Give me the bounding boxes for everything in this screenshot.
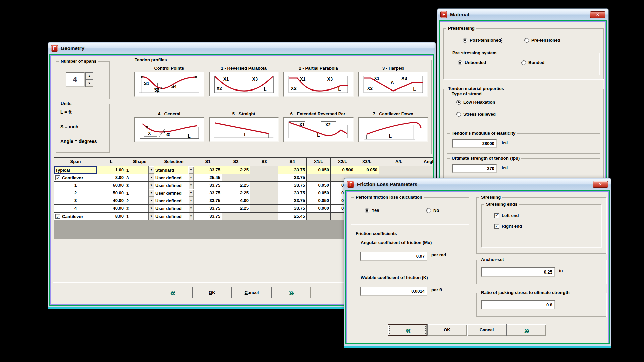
s2-cell[interactable] [222,213,250,220]
spinner-down-button[interactable]: ▼ [85,80,93,87]
span-cell[interactable]: 2 [54,189,97,197]
selection-cell[interactable]: User defined▼ [154,189,194,197]
next-button[interactable]: » [271,287,311,298]
l-cell[interactable]: 8.00 [97,174,125,182]
radio-post-tensioned[interactable]: Post-tensioned [463,38,501,43]
s3-cell[interactable] [250,182,278,189]
s2-cell[interactable] [222,174,250,182]
x1l-cell[interactable]: 0.050 [307,166,331,174]
dropdown-button[interactable]: ▼ [188,205,194,212]
s1-cell[interactable]: 33.75 [194,166,222,174]
l-cell[interactable]: 50.00 [97,189,125,197]
radio-friction-yes[interactable]: Yes [365,208,379,213]
shape-cell[interactable]: 2▼ [125,197,154,205]
shape-cell[interactable]: 3▼ [125,174,154,182]
dropdown-button[interactable]: ▼ [188,182,194,189]
material-titlebar[interactable]: F Material ✕ [438,9,608,20]
s3-cell[interactable] [250,166,278,174]
s4-cell[interactable]: 33.75 [278,205,307,213]
dropdown-button[interactable]: ▼ [148,166,154,174]
dropdown-button[interactable]: ▼ [148,174,154,181]
selection-cell[interactable]: User defined▼ [154,174,194,182]
s4-cell[interactable]: 25.45 [278,213,307,220]
modulus-input[interactable]: 28000 [452,139,497,148]
left-end-checkbox[interactable]: ✓ Left end [494,213,519,218]
jacking-ratio-input[interactable]: 0.8 [481,300,555,309]
radio-stress-relieved[interactable]: Stress Relieved [456,112,496,117]
x3l-cell[interactable]: 0.050 [355,166,379,174]
x1l-cell[interactable] [307,213,331,220]
shape-cell[interactable]: 1▼ [125,213,154,220]
s3-cell[interactable] [250,213,278,220]
l-cell[interactable]: 40.00 [97,197,125,205]
l-cell[interactable]: 40.00 [97,205,125,213]
s1-cell[interactable]: 33.75 [194,205,222,213]
s1-cell[interactable]: 33.75 [194,182,222,189]
x1l-cell[interactable]: 0.050 [307,182,331,189]
ok-button[interactable]: OK [427,324,467,336]
span-cell[interactable]: 3 [54,197,97,205]
x1l-cell[interactable]: 0.050 [307,197,331,205]
l-cell[interactable]: 8.00 [97,213,125,220]
dropdown-button[interactable]: ▼ [148,205,154,212]
angle-cell[interactable] [419,166,433,174]
s4-cell[interactable]: 33.75 [278,166,307,174]
l-cell[interactable]: 1.00 [97,166,125,174]
cantilever-checkbox[interactable]: ✓ [55,175,60,180]
radio-unbonded[interactable]: Unbonded [458,60,486,65]
radio-low-relaxation[interactable]: Low Relaxation [456,100,495,105]
l-cell[interactable]: 60.00 [97,182,125,189]
angular-coefficient-input[interactable]: 0.07 [360,252,427,261]
s3-cell[interactable] [250,189,278,197]
shape-cell[interactable]: 2▼ [125,205,154,213]
dropdown-button[interactable]: ▼ [188,197,194,204]
cantilever-checkbox[interactable]: ✓ [55,214,60,219]
x1l-cell[interactable]: 0.000 [307,205,331,213]
shape-cell[interactable]: 1▼ [125,166,154,174]
s1-cell[interactable]: 33.75 [194,189,222,197]
x1l-cell[interactable] [307,174,331,182]
s4-cell[interactable]: 33.75 [278,174,307,182]
s2-cell[interactable]: 2.25 [222,182,250,189]
al-cell[interactable] [379,166,419,174]
radio-bonded[interactable]: Bonded [521,60,544,65]
selection-cell[interactable]: User defined▼ [154,182,194,189]
s3-cell[interactable] [250,197,278,205]
s4-cell[interactable]: 33.75 [278,197,307,205]
selection-cell[interactable]: User defined▼ [154,213,194,220]
span-cell[interactable]: 4 [54,205,97,213]
friction-titlebar[interactable]: F Friction Loss Parameters ✕ [344,179,611,190]
span-cell[interactable]: ✓Cantilever [54,213,97,220]
close-button[interactable]: ✕ [593,181,608,188]
s4-cell[interactable]: 33.75 [278,189,307,197]
dropdown-button[interactable]: ▼ [188,213,194,220]
dropdown-button[interactable]: ▼ [148,189,154,197]
s2-cell[interactable]: 2.25 [222,189,250,197]
spinner-up-button[interactable]: ▲ [85,72,93,80]
cancel-button[interactable]: Cancel [232,287,271,298]
s3-cell[interactable] [250,174,278,182]
radio-pre-tensioned[interactable]: Pre-tensioned [524,38,560,43]
selection-cell[interactable]: User defined▼ [154,205,194,213]
previous-button[interactable]: « [388,324,427,336]
spans-input[interactable]: 4 [66,72,85,87]
geometry-titlebar[interactable]: F Geometry [48,43,435,54]
ultimate-strength-input[interactable]: 270 [452,164,497,173]
previous-button[interactable]: « [153,287,192,298]
shape-cell[interactable]: 1▼ [125,189,154,197]
dropdown-button[interactable]: ▼ [188,174,194,181]
dropdown-button[interactable]: ▼ [148,213,154,220]
shape-cell[interactable]: 3▼ [125,182,154,189]
s1-cell[interactable]: 33.75 [194,213,222,220]
dropdown-button[interactable]: ▼ [188,166,194,174]
dropdown-button[interactable]: ▼ [148,197,154,204]
ok-button[interactable]: OK [192,287,232,298]
close-button[interactable]: ✕ [590,11,605,18]
selection-cell[interactable]: User defined▼ [154,197,194,205]
s1-cell[interactable]: 33.75 [194,197,222,205]
dropdown-button[interactable]: ▼ [188,189,194,197]
s3-cell[interactable] [250,205,278,213]
radio-friction-no[interactable]: No [426,208,439,213]
selection-cell[interactable]: Standard▼ [154,166,194,174]
next-button[interactable]: » [506,324,546,336]
